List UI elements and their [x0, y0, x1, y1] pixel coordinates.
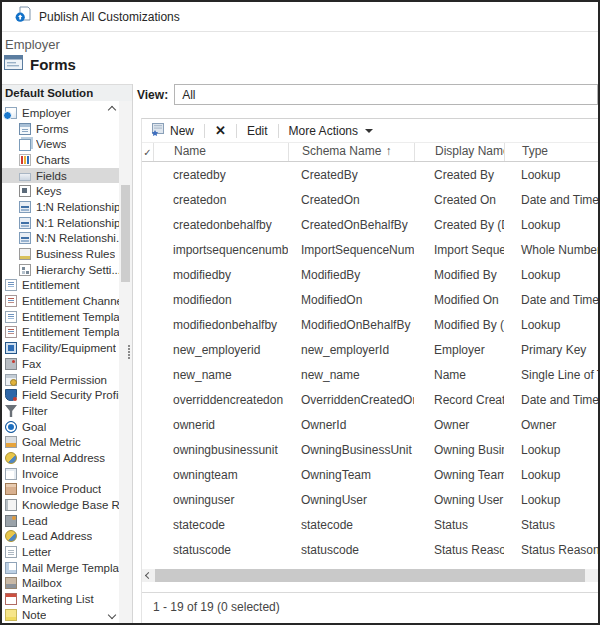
sidebar-item-letter[interactable]: Letter — [2, 544, 120, 560]
type-cell: Status — [504, 518, 598, 532]
sidebar-item-charts[interactable]: Charts — [2, 152, 120, 168]
display-name-cell: Employer — [414, 343, 504, 357]
table-row[interactable]: ownerid OwnerId Owner Owner — [142, 412, 598, 437]
table-row[interactable]: modifiedonbehalfby ModifiedOnBehalfBy Mo… — [142, 312, 598, 337]
sidebar-item-n-1-relationships[interactable]: N:1 Relationships — [2, 215, 120, 231]
scroll-left-icon[interactable] — [142, 573, 155, 578]
sidebar-item-entitlement[interactable]: Entitlement — [2, 278, 120, 294]
sidebar-item-lead[interactable]: Lead — [2, 513, 120, 529]
horizontal-scrollbar[interactable] — [142, 569, 598, 582]
grid-toolbar: New ✕ Edit More Actions — [142, 119, 598, 142]
sidebar-item-hierarchy-setti[interactable]: Hierarchy Setti... — [2, 262, 120, 278]
sidebar-item-invoice-product[interactable]: Invoice Product — [2, 482, 120, 498]
display-name-cell: Status Reason — [414, 543, 504, 557]
view-bar: View: All — [133, 84, 598, 105]
sidebar-item-views[interactable]: Views — [2, 136, 120, 152]
horizontal-scrollbar-thumb[interactable] — [155, 569, 585, 582]
solution-sidebar: Default Solution Employer Forms Views Ch… — [2, 84, 133, 623]
edit-button[interactable]: Edit — [247, 124, 268, 138]
table-row[interactable]: overriddencreatedon OverriddenCreatedOn … — [142, 387, 598, 412]
sidebar-item-marketing-list[interactable]: Marketing List — [2, 591, 120, 607]
schema-name-cell: OwningBusinessUnit — [288, 443, 414, 457]
table-row[interactable]: new_employerid new_employerId Employer P… — [142, 337, 598, 362]
sidebar-item-internal-address[interactable]: Internal Address — [2, 450, 120, 466]
sidebar-splitter-handle[interactable] — [128, 344, 131, 360]
name-cell: statecode — [153, 518, 288, 532]
sidebar-item-note[interactable]: Note — [2, 607, 120, 623]
schema-name-cell: CreatedOnBehalfBy — [288, 218, 414, 232]
sidebar-item-fields[interactable]: Fields — [2, 168, 120, 184]
table-row[interactable]: createdby CreatedBy Created By Lookup — [142, 162, 598, 187]
sidebar-scrollbar[interactable] — [119, 101, 132, 623]
table-row[interactable]: importsequencenumber ImportSequenceNumbe… — [142, 237, 598, 262]
doc-blue-icon — [5, 279, 17, 291]
sidebar-item-forms[interactable]: Forms — [2, 121, 120, 137]
sidebar-item-goal-metric[interactable]: Goal Metric — [2, 434, 120, 450]
fields-grid-panel: New ✕ Edit More Actions — [141, 118, 598, 623]
filter-icon — [5, 405, 17, 417]
type-cell: Lookup — [504, 218, 598, 232]
new-button[interactable]: New — [151, 123, 194, 139]
table-row[interactable]: modifiedby ModifiedBy Modified By Lookup — [142, 262, 598, 287]
page-title: Forms — [30, 56, 76, 73]
rel-nn-icon — [19, 232, 31, 244]
sidebar-item-1-n-relationships[interactable]: 1:N Relationships — [2, 199, 120, 215]
sidebar-item-filter[interactable]: Filter — [2, 403, 120, 419]
table-row[interactable]: createdonbehalfby CreatedOnBehalfBy Crea… — [142, 212, 598, 237]
record-count: 1 - 19 of 19 (0 selected) — [153, 600, 280, 614]
sidebar-item-goal[interactable]: Goal — [2, 419, 120, 435]
grid-header-row: ✓ Name Schema Name↑ Display Name Type — [142, 142, 598, 162]
more-actions-button[interactable]: More Actions — [289, 124, 373, 138]
sidebar-item-invoice[interactable]: Invoice — [2, 466, 120, 482]
sidebar-scrollbar-thumb[interactable] — [121, 185, 130, 282]
rel-1n-icon — [19, 201, 31, 213]
sidebar-item-lead-address[interactable]: Lead Address — [2, 529, 120, 545]
display-name-cell: Created By (Del... — [414, 218, 504, 232]
type-cell: Lookup — [504, 168, 598, 182]
display-name-cell: Record Created ... — [414, 393, 504, 407]
table-row[interactable]: new_name new_name Name Single Line of Te… — [142, 362, 598, 387]
knowledge-base-icon — [5, 499, 17, 511]
sidebar-item-employer[interactable]: Employer — [2, 105, 120, 121]
sidebar-item-entitlement-template[interactable]: Entitlement Template — [2, 309, 120, 325]
sidebar-item-field-security-profile[interactable]: Field Security Profile — [2, 387, 120, 403]
sidebar-item-mailbox[interactable]: Mailbox — [2, 576, 120, 592]
sidebar-item-entitlement-templa[interactable]: Entitlement Templa... — [2, 325, 120, 341]
sidebar-item-fax[interactable]: Fax — [2, 356, 120, 372]
table-row[interactable]: createdon CreatedOn Created On Date and … — [142, 187, 598, 212]
table-row[interactable]: owningteam OwningTeam Owning Team Lookup — [142, 462, 598, 487]
view-label: View: — [133, 88, 174, 102]
sidebar-item-mail-merge-template[interactable]: Mail Merge Template — [2, 560, 120, 576]
sidebar-item-entitlement-channel[interactable]: Entitlement Channel — [2, 293, 120, 309]
sidebar-item-facility-equipment[interactable]: Facility/Equipment — [2, 340, 120, 356]
table-row[interactable]: modifiedon ModifiedOn Modified On Date a… — [142, 287, 598, 312]
column-header-display-name[interactable]: Display Name — [414, 143, 504, 161]
display-name-cell: Owning User — [414, 493, 504, 507]
column-header-type[interactable]: Type — [504, 143, 598, 161]
column-header-name[interactable]: Name — [153, 143, 288, 161]
publish-all-customizations-button[interactable]: Publish All Customizations — [39, 10, 180, 24]
table-row[interactable]: owninguser OwningUser Owning User Lookup — [142, 487, 598, 512]
name-cell: modifiedonbehalfby — [153, 318, 288, 332]
display-name-cell: Owner — [414, 418, 504, 432]
delete-button[interactable]: ✕ — [215, 123, 226, 138]
sidebar-item-n-n-relationshi[interactable]: N:N Relationshi... — [2, 231, 120, 247]
schema-name-cell: new_name — [288, 368, 414, 382]
schema-name-cell: statecode — [288, 518, 414, 532]
sidebar-item-field-permission[interactable]: Field Permission — [2, 372, 120, 388]
view-select[interactable]: All — [174, 84, 598, 105]
table-row[interactable]: statecode statecode Status Status — [142, 512, 598, 537]
delete-x-icon: ✕ — [215, 123, 226, 138]
schema-name-cell: OverriddenCreatedOn — [288, 393, 414, 407]
sidebar-item-business-rules[interactable]: Business Rules — [2, 246, 120, 262]
type-cell: Owner — [504, 418, 598, 432]
table-row[interactable]: statuscode statuscode Status Reason Stat… — [142, 537, 598, 562]
name-cell: overriddencreatedon — [153, 393, 288, 407]
table-row[interactable]: owningbusinessunit OwningBusinessUnit Ow… — [142, 437, 598, 462]
name-cell: createdby — [153, 168, 288, 182]
sidebar-item-knowledge-base-re[interactable]: Knowledge Base Re... — [2, 497, 120, 513]
sidebar-item-keys[interactable]: Keys — [2, 183, 120, 199]
mail-merge-icon — [5, 562, 17, 574]
column-header-schema-name[interactable]: Schema Name↑ — [288, 143, 414, 161]
select-all-checkmark-icon[interactable]: ✓ — [142, 147, 153, 158]
